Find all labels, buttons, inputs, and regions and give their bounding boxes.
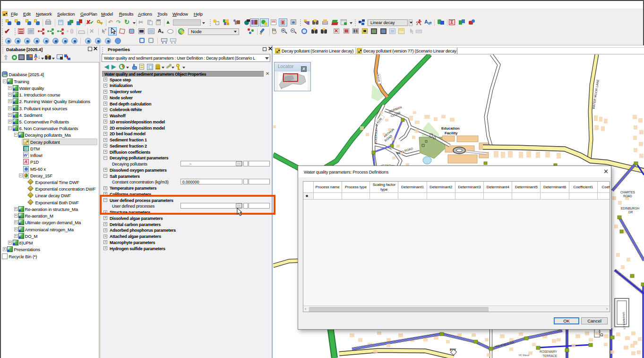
svg-text:DR: DR [628, 210, 633, 214]
svg-text:EDINBURGH: EDINBURGH [621, 207, 639, 210]
svg-text:Education: Education [441, 126, 460, 131]
svg-text:ROAD: ROAD [623, 194, 632, 198]
svg-text:CHARTES: CHARTES [620, 191, 635, 194]
svg-text:HC Manor: HC Manor [519, 354, 530, 357]
svg-text:TERRACE: TERRACE [542, 354, 558, 358]
svg-text:Facility: Facility [445, 131, 458, 135]
svg-text:ROSEMARY: ROSEMARY [540, 350, 558, 353]
